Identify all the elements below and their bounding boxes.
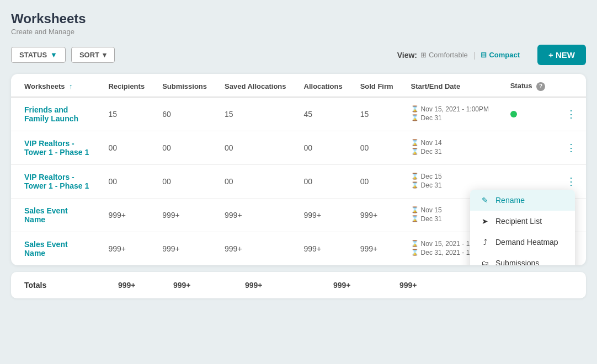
date-end: Dec 31 (421, 148, 442, 156)
cell-allocations: 999+ (295, 198, 351, 232)
cell-recipients: 999+ (99, 198, 153, 232)
toolbar-left: STATUS ▼ SORT ▾ (11, 47, 115, 63)
col-sold-firm: Sold Firm (351, 74, 402, 97)
cell-recipients: 00 (99, 131, 153, 164)
date-end: Dec 31 (421, 181, 442, 189)
cell-recipients: 999+ (99, 232, 153, 265)
hourglass-start-icon: ⌛ (411, 206, 419, 213)
menu-item-demand-heatmap[interactable]: ⤴ Demand Heatmap (470, 232, 575, 253)
totals-card: Totals 999+ 999+ 999+ 999+ 999+ (11, 272, 586, 298)
worksheet-link[interactable]: VIP Realtors - Tower 1 - Phase 1 (24, 173, 89, 190)
menu-item-label: Recipient List (495, 217, 542, 226)
compact-grid-icon: ⊟ (481, 51, 487, 59)
comfortable-view-option[interactable]: ⊞ Comfortable (420, 51, 468, 59)
totals-label: Totals (24, 281, 118, 290)
col-start-end-date: Start/End Date (402, 74, 502, 97)
menu-submissions-icon: 🗂 (480, 259, 490, 265)
cell-actions: ⋮ (554, 131, 586, 164)
cell-allocations: 45 (295, 97, 351, 131)
col-status: Status ? (502, 74, 554, 97)
hourglass-end-icon: ⌛ (411, 148, 419, 155)
date-end: Dec 31 (421, 114, 442, 122)
cell-saved-allocations: 999+ (216, 198, 295, 232)
cell-saved-allocations: 00 (216, 164, 295, 198)
funnel-icon: ▼ (50, 51, 57, 59)
hourglass-start-icon: ⌛ (411, 240, 419, 247)
totals-sold-firm: 999+ (399, 281, 466, 290)
totals-saved-allocations: 999+ (245, 281, 333, 290)
col-recipients: Recipients (99, 74, 153, 97)
totals-recipients: 999+ (118, 281, 173, 290)
cell-recipients: 00 (99, 164, 153, 198)
date-start: Nov 15 (421, 206, 442, 214)
more-options-button[interactable]: ⋮ (563, 141, 579, 155)
page-title: Worksheets (11, 11, 586, 26)
cell-recipients: 15 (99, 97, 153, 131)
cell-saved-allocations: 00 (216, 131, 295, 164)
sort-arrow-icon: ↑ (69, 82, 73, 90)
cell-allocations: 00 (295, 164, 351, 198)
menu-recipient-list-icon: ➤ (480, 217, 490, 226)
hourglass-start-icon: ⌛ (411, 173, 419, 180)
more-options-button[interactable]: ⋮ (563, 107, 579, 121)
totals-submissions: 999+ (173, 281, 245, 290)
more-options-button[interactable]: ⋮ (563, 174, 579, 189)
cell-submissions: 00 (153, 164, 216, 198)
cell-worksheet-name: Sales Event Name (11, 232, 99, 265)
new-button[interactable]: + NEW (537, 45, 586, 65)
menu-item-rename[interactable]: ✎ Rename (470, 190, 575, 211)
cell-sold-firm: 00 (351, 131, 402, 164)
menu-item-recipient-list[interactable]: ➤ Recipient List (470, 211, 575, 232)
cell-saved-allocations: 15 (216, 97, 295, 131)
cell-worksheet-name: VIP Realtors - Tower 1 - Phase 1 (11, 131, 99, 164)
page-subtitle: Create and Manage (11, 28, 586, 36)
date-start: Nov 14 (421, 139, 442, 147)
worksheet-link[interactable]: Sales Event Name (24, 240, 68, 258)
worksheet-link[interactable]: Sales Event Name (24, 206, 68, 224)
sort-chevron-icon: ▾ (103, 51, 106, 59)
cell-worksheet-name: VIP Realtors - Tower 1 - Phase 1 (11, 164, 99, 198)
date-start: Nov 15, 2021 - 1:00PM (421, 105, 489, 113)
hourglass-end-icon: ⌛ (411, 249, 419, 256)
hourglass-end-icon: ⌛ (411, 181, 419, 189)
cell-worksheet-name: Friends and Family Launch (11, 97, 99, 131)
cell-status (502, 97, 554, 131)
table-row: Friends and Family Launch 15 60 15 45 15… (11, 97, 586, 131)
menu-item-label: Demand Heatmap (495, 238, 558, 247)
toolbar: STATUS ▼ SORT ▾ View: ⊞ Comfortable | ⊟ … (11, 45, 586, 65)
menu-item-label: Rename (495, 196, 525, 205)
totals-allocations: 999+ (333, 281, 399, 290)
cell-worksheet-name: Sales Event Name (11, 198, 99, 232)
table-row: VIP Realtors - Tower 1 - Phase 1 00 00 0… (11, 131, 586, 164)
cell-allocations: 999+ (295, 232, 351, 265)
menu-demand-heatmap-icon: ⤴ (480, 238, 490, 247)
menu-rename-icon: ✎ (480, 196, 490, 205)
cell-allocations: 00 (295, 131, 351, 164)
cell-dates: ⌛Nov 14 ⌛Dec 31 (402, 131, 502, 164)
col-actions (554, 74, 586, 97)
col-saved-allocations: Saved Allocations (216, 74, 295, 97)
page-header: Worksheets Create and Manage (11, 11, 586, 36)
cell-submissions: 00 (153, 131, 216, 164)
compact-view-option[interactable]: ⊟ Compact (481, 51, 520, 59)
worksheet-link[interactable]: VIP Realtors - Tower 1 - Phase 1 (24, 139, 89, 157)
cell-sold-firm: 00 (351, 164, 402, 198)
menu-item-submissions[interactable]: 🗂 Submissions (470, 253, 575, 265)
worksheets-table-card: Worksheets ↑ Recipients Submissions Save… (11, 74, 586, 265)
cell-status (502, 131, 554, 164)
cell-submissions: 60 (153, 97, 216, 131)
status-filter-button[interactable]: STATUS ▼ (11, 47, 66, 63)
table-header-row: Worksheets ↑ Recipients Submissions Save… (11, 74, 586, 97)
worksheet-link[interactable]: Friends and Family Launch (24, 105, 78, 123)
cell-dates: ⌛Nov 15, 2021 - 1:00PM ⌛Dec 31 (402, 97, 502, 131)
date-start: Dec 15 (421, 173, 442, 180)
cell-submissions: 999+ (153, 232, 216, 265)
date-end: Dec 31 (421, 215, 442, 223)
view-divider: | (473, 51, 476, 60)
sort-button[interactable]: SORT ▾ (71, 47, 115, 63)
status-help-icon[interactable]: ? (536, 82, 545, 91)
cell-submissions: 999+ (153, 198, 216, 232)
cell-sold-firm: 999+ (351, 232, 402, 265)
menu-item-label: Submissions (495, 259, 539, 265)
col-worksheets: Worksheets ↑ (11, 74, 99, 97)
